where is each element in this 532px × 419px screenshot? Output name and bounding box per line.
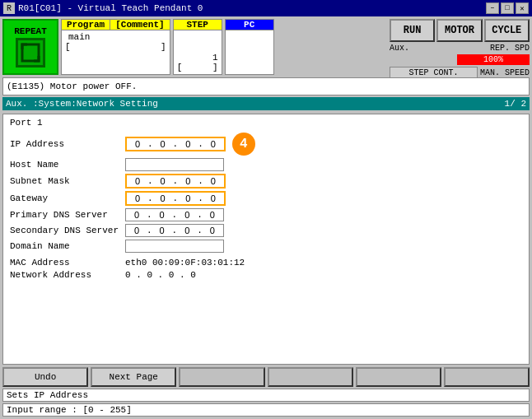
bot-btn-empty-4 xyxy=(356,367,441,387)
ip-segment-2-0[interactable] xyxy=(128,176,147,186)
field-label-2: Subnet Mask xyxy=(10,176,125,186)
prog-comment-header: Program [Comment] xyxy=(62,20,170,30)
motor-button[interactable]: MOTOR xyxy=(436,19,482,42)
bottom-buttons: UndoNext Page xyxy=(2,367,530,387)
ip-segment-0-2[interactable] xyxy=(179,139,197,149)
svg-rect-0 xyxy=(22,44,39,61)
ip-segment-0-3[interactable] xyxy=(204,139,222,149)
field-label-4: Primary DNS Server xyxy=(10,210,125,220)
ip-segment-2-1[interactable] xyxy=(154,176,172,186)
ip-segment-2-2[interactable] xyxy=(179,176,197,186)
maximize-btn[interactable]: □ xyxy=(501,2,514,14)
right-controls: RUN MOTOR CYCLE Aux. REP. SPD 100% STEP … xyxy=(390,19,530,75)
field-label-1: Host Name xyxy=(10,160,125,170)
ip-dot-2-1: . xyxy=(172,176,180,186)
ip-segment-0-1[interactable] xyxy=(154,139,172,149)
pc-box: PC xyxy=(225,19,274,75)
field-row-6: Domain Name xyxy=(10,240,522,253)
speed-row: 100% xyxy=(390,54,530,65)
field-row-0: IP Address...4 xyxy=(10,133,522,156)
field-row-4: Primary DNS Server... xyxy=(10,208,522,221)
minimize-btn[interactable]: – xyxy=(486,2,499,14)
step-b-space xyxy=(182,63,212,72)
ip-group-4: ... xyxy=(125,208,224,221)
step-b1: [ xyxy=(177,63,183,72)
ip-group-2: ... xyxy=(125,174,226,189)
speed-bar: 100% xyxy=(457,54,530,65)
bot-btn-next-page[interactable]: Next Page xyxy=(91,367,176,387)
ip-segment-3-3[interactable] xyxy=(204,193,222,203)
badge-4: 4 xyxy=(232,133,255,156)
form-rows: IP Address...4Host NameSubnet Mask...Gat… xyxy=(10,133,522,253)
bot-btn-empty-3 xyxy=(268,367,353,387)
step-brackets: [ ] xyxy=(177,63,218,72)
ip-segment-3-1[interactable] xyxy=(154,193,172,203)
ip-dot-2-2: . xyxy=(197,176,204,186)
ip-segment-3-2[interactable] xyxy=(179,193,197,203)
ip-group-0: ... xyxy=(125,137,226,151)
comment-header: [Comment] xyxy=(110,20,169,30)
field-label-6: Domain Name xyxy=(10,241,125,251)
ip-group-5: ... xyxy=(125,224,224,237)
field-row-5: Secondary DNS Server... xyxy=(10,224,522,237)
program-brackets: [ ] xyxy=(65,42,166,52)
ip-segment-5-0[interactable] xyxy=(128,226,146,235)
ip-dot-5-2: . xyxy=(196,226,203,235)
port-title: Port 1 xyxy=(10,118,522,128)
run-button[interactable]: RUN xyxy=(390,19,435,42)
top-row: REPEAT Program [Comment] main xyxy=(2,19,530,75)
ip-segment-5-1[interactable] xyxy=(153,226,171,235)
ip-segment-0-0[interactable] xyxy=(128,139,147,149)
field-label-5: Secondary DNS Server xyxy=(10,226,125,235)
ip-segment-4-2[interactable] xyxy=(178,210,196,220)
ip-group-3: ... xyxy=(125,191,226,206)
text-input-6[interactable] xyxy=(125,240,224,253)
content-area: Port 1 IP Address...4Host NameSubnet Mas… xyxy=(2,114,530,365)
field-row-3: Gateway... xyxy=(10,191,522,206)
section-title: Aux. :System:Network Setting xyxy=(6,99,158,109)
ip-segment-5-2[interactable] xyxy=(178,226,196,235)
ip-dot-4-2: . xyxy=(196,210,203,220)
bot-btn-undo[interactable]: Undo xyxy=(2,367,88,387)
repeat-icon xyxy=(16,38,45,68)
status-text: (E1135) Motor power OFF. xyxy=(7,81,137,91)
bracket2: ] xyxy=(161,42,166,52)
ip-segment-3-0[interactable] xyxy=(128,193,147,203)
man-speed-label: MAN. SPEED xyxy=(480,68,530,77)
mac-value: eth0 00:09:0F:03:01:12 xyxy=(125,258,245,268)
ip-dot-3-0: . xyxy=(147,193,154,203)
step-value: 1 xyxy=(177,53,218,63)
ip-segment-2-3[interactable] xyxy=(204,176,222,186)
ip-segment-4-1[interactable] xyxy=(153,210,171,220)
field-label-3: Gateway xyxy=(10,193,125,203)
program-area: Program [Comment] main [ ] STEP 1 xyxy=(61,19,387,75)
text-input-1[interactable] xyxy=(125,158,224,171)
program-value: main xyxy=(68,32,90,42)
ip-segment-4-0[interactable] xyxy=(128,210,146,220)
ip-dot-3-2: . xyxy=(197,193,204,203)
program-comment-box: Program [Comment] main [ ] xyxy=(61,19,170,75)
status-line2: Input range : [0 - 255] xyxy=(2,403,530,417)
ip-segment-4-3[interactable] xyxy=(203,210,222,220)
close-btn[interactable]: ✕ xyxy=(516,2,529,14)
ip-segment-5-3[interactable] xyxy=(203,226,222,235)
network-row: Network Address 0 . 0 . 0 . 0 xyxy=(10,270,522,280)
cycle-button[interactable]: CYCLE xyxy=(484,19,530,42)
section-header: Aux. :System:Network Setting 1/ 2 xyxy=(2,97,530,110)
field-row-2: Subnet Mask... xyxy=(10,174,522,189)
repeat-button[interactable]: REPEAT xyxy=(2,19,58,75)
ip-dot-4-1: . xyxy=(171,210,179,220)
step-values: 1 [ ] xyxy=(174,30,222,74)
bracket-space xyxy=(71,42,161,52)
mac-row: MAC Address eth0 00:09:0F:03:01:12 xyxy=(10,258,522,268)
top-buttons: RUN MOTOR CYCLE xyxy=(390,19,530,42)
field-label-0: IP Address xyxy=(10,139,125,149)
window-controls: – □ ✕ xyxy=(486,2,529,14)
bot-btn-empty-5 xyxy=(444,367,530,387)
ip-dot-0-1: . xyxy=(172,139,180,149)
network-value: 0 . 0 . 0 . 0 xyxy=(125,270,196,280)
mac-label: MAC Address xyxy=(10,258,125,268)
step-box: STEP 1 [ ] xyxy=(173,19,222,75)
bracket1: [ xyxy=(65,42,71,52)
aux-rep-row: Aux. REP. SPD xyxy=(390,44,530,53)
